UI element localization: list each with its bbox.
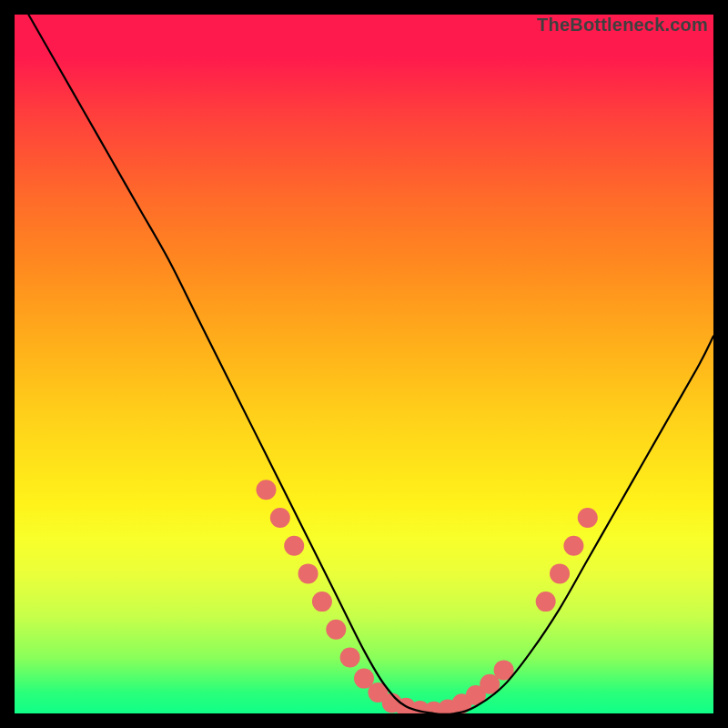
highlight-dot [256, 480, 276, 500]
highlight-dot [284, 536, 304, 556]
highlight-dot [270, 508, 290, 528]
highlight-dot [312, 592, 332, 612]
watermark-text: TheBottleneck.com [537, 15, 708, 35]
chart-frame: TheBottleneck.com [0, 0, 728, 728]
marker-layer [256, 480, 597, 713]
highlight-dot [340, 648, 360, 668]
highlight-dot [578, 508, 598, 528]
highlight-dot [326, 620, 346, 640]
highlight-dot [550, 563, 570, 583]
highlight-dot [563, 536, 583, 556]
highlight-dot [298, 563, 318, 583]
highlight-dot [536, 592, 556, 612]
bottleneck-curve [28, 15, 713, 713]
plot-area: TheBottleneck.com [15, 15, 713, 713]
curve-svg [15, 15, 713, 713]
